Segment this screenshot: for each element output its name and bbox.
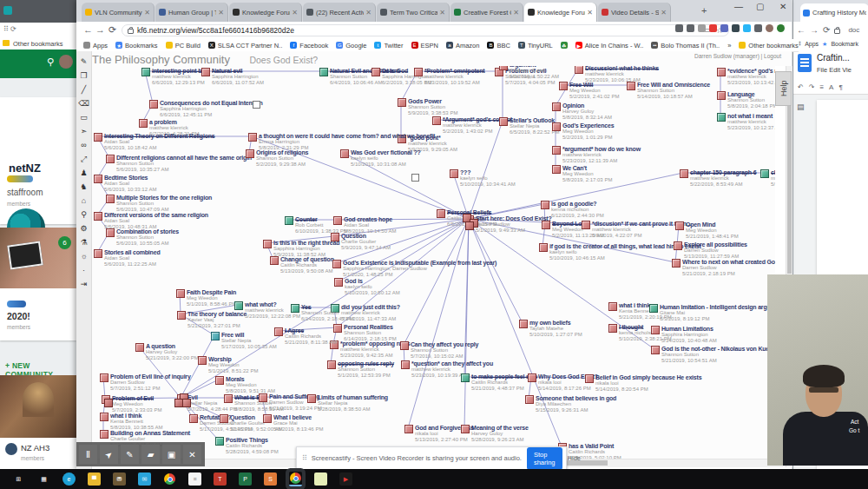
note[interactable]: opposing rules replyShannon Sutton5/1/20… xyxy=(327,360,394,378)
edge-icon[interactable]: e xyxy=(62,472,76,486)
tab-close-icon[interactable]: ✕ xyxy=(218,9,224,17)
reload-icon[interactable]: ⟳ xyxy=(108,24,116,36)
ext-red-dot[interactable] xyxy=(709,24,717,32)
note[interactable]: Belief in God simply because He existsni… xyxy=(585,374,701,392)
stop-sharing-button[interactable]: Stop sharing xyxy=(527,447,562,470)
note[interactable]: Different versions of the same religionA… xyxy=(94,212,208,229)
video-player-icon[interactable]: ▶ xyxy=(339,472,352,486)
community-card-2020[interactable]: 2020! members xyxy=(0,288,76,340)
note[interactable]: MoralsMeg Weedon5/8/2019, 9:51:31 AM xyxy=(215,376,275,393)
expand-icon[interactable]: ⤢ xyxy=(81,155,87,163)
bookmark-star[interactable]: ★Bookmarks xyxy=(115,42,158,50)
note[interactable]: Open MindMeg Weedon5/21/2019, 1:48:41 PM xyxy=(675,221,739,239)
note[interactable]: what i thinkKenta Bennett5/8/2019, 10:38… xyxy=(100,413,162,430)
bookmark-espn[interactable]: EESPN xyxy=(411,42,438,50)
community-card-ah3[interactable]: NZ AH3 members xyxy=(0,438,76,469)
avatar[interactable] xyxy=(59,55,73,69)
note[interactable]: Change of questionCaitlin Richards5/13/2… xyxy=(270,256,334,274)
note[interactable]: God's Existence is Indisputable (Example… xyxy=(332,260,496,277)
help-tab[interactable]: Help xyxy=(775,71,792,106)
search-icon[interactable]: ⚲ xyxy=(47,56,54,68)
bookmark-folder[interactable]: Other bookmarks xyxy=(739,42,799,50)
hide-button[interactable]: Hide xyxy=(568,454,581,462)
sticky-notes-icon[interactable] xyxy=(314,472,327,486)
ext-n[interactable] xyxy=(720,24,728,32)
bookmark-amazon[interactable]: aAmazon xyxy=(446,42,480,50)
forward-icon[interactable]: → xyxy=(95,24,105,35)
browser-tab[interactable]: Term Two Critical In✕ xyxy=(377,3,450,22)
idea-icon[interactable]: ☼ xyxy=(80,253,87,261)
note[interactable]: *evidence* god's namesmatthew klenrick5/… xyxy=(717,68,775,85)
note[interactable]: my own beliefsTaylah Matehe5/10/2019, 1:… xyxy=(519,320,582,337)
print-icon[interactable]: ≡ xyxy=(819,83,824,91)
store-icon[interactable]: ⛃ xyxy=(113,472,126,486)
note[interactable]: Different religions cannot all have the … xyxy=(106,155,252,172)
cast-icon[interactable] xyxy=(675,24,683,32)
bookmark-overflow[interactable]: » xyxy=(727,42,731,50)
bookmark-google[interactable]: GGoogle xyxy=(336,42,366,50)
note[interactable]: Stories all combinedAidan Soal5/6/2019, … xyxy=(94,249,160,267)
note[interactable]: to make people feel safeCaitlin Richards… xyxy=(461,373,537,391)
note[interactable]: not what i meantmatthew klenrick5/23/201… xyxy=(717,113,775,130)
note[interactable]: Explore all possibilitiesDarren Sudlow5/… xyxy=(674,241,747,259)
note[interactable]: Gods PowerShannon Sutton5/9/2019, 3:38:5… xyxy=(398,98,457,116)
note[interactable]: Free WillMeg Weedon5/2/2019, 2:41:02 PM xyxy=(559,82,619,99)
note[interactable]: LanguageShannon Sutton5/8/2019, 2:04:18 … xyxy=(717,91,775,109)
note[interactable]: God iskaelyn seifo5/10/2019, 10:50:12 AM xyxy=(334,278,400,295)
note[interactable]: Discussion! what he thinksmatthew klenri… xyxy=(575,66,659,83)
settings-icon[interactable]: ⚙ xyxy=(80,225,87,233)
note[interactable]: God is the not-other - Nikolaus von Kues… xyxy=(651,346,773,363)
note[interactable]: Meaning of the verseHarvey Guloy5/28/201… xyxy=(461,425,529,442)
note[interactable]: God's ExperiencesMeg Weedon5/2/2019, 1:0… xyxy=(552,122,614,140)
experiment-icon[interactable]: ⚗ xyxy=(80,239,87,247)
draw-line-icon[interactable]: ╱ xyxy=(82,86,86,94)
close-button[interactable]: ✕ xyxy=(779,2,786,11)
note[interactable]: Natural evilSapphira Harrington6/6/2019,… xyxy=(201,68,264,85)
task-view-icon[interactable]: ▦ xyxy=(37,472,50,486)
camera-button[interactable]: ▣ xyxy=(162,445,181,464)
author-icon[interactable]: ♟ xyxy=(80,169,87,177)
note[interactable]: Free willStellar Nepia5/17/2019, 10:05:3… xyxy=(211,332,277,349)
note[interactable]: chapter 150 paragraph 6matthew klenrick5… xyxy=(680,169,756,187)
tab-close-icon[interactable]: ✕ xyxy=(365,9,372,17)
chrome-active-icon[interactable] xyxy=(289,472,302,486)
note[interactable]: Free Will and OmniscienceShannon Sutton5… xyxy=(627,82,710,99)
bookmark-folder[interactable]: PC Build xyxy=(166,42,201,50)
note[interactable]: Where to next on what created God?Darren… xyxy=(672,259,775,276)
note[interactable]: Is this in the right threadSapphira Harr… xyxy=(263,240,339,257)
bookmark-apps-grid[interactable]: Apps xyxy=(83,42,108,50)
spellcheck-icon[interactable]: A xyxy=(829,83,833,91)
close-button[interactable]: ✕ xyxy=(183,445,201,464)
note[interactable]: Personal RealitiesShannon Sutton6/14/201… xyxy=(333,324,397,341)
drag-handle-icon[interactable]: ⠿ xyxy=(302,454,306,462)
community-painting[interactable] xyxy=(0,375,76,438)
bookmark-tinyurl[interactable]: TTinyURL xyxy=(518,42,553,50)
tab-close-icon[interactable]: ✕ xyxy=(587,9,593,17)
note[interactable]: Human Imitation - Intelligent design arg… xyxy=(649,304,775,321)
pointer-icon[interactable]: ➣ xyxy=(81,128,88,135)
app-s-icon[interactable]: S xyxy=(264,472,277,486)
user-status[interactable]: Darren Sudlow (manager) | Logout xyxy=(694,53,781,59)
back-icon[interactable]: ← xyxy=(797,25,806,35)
bookmarks-label[interactable]: Bookmark xyxy=(831,41,858,47)
note[interactable]: Combination of storiesShannon Sutton5/6/… xyxy=(106,228,179,246)
note[interactable]: We Can'tMeg Weedon5/8/2019, 2:17:03 PM xyxy=(552,165,612,182)
tab-close-icon[interactable]: ✕ xyxy=(513,9,519,17)
bookmark-twitter[interactable]: tTwitter xyxy=(374,42,403,50)
screencastify-icon[interactable] xyxy=(777,24,785,32)
ext-dark[interactable] xyxy=(732,24,740,32)
pause-button[interactable]: Ⅱ xyxy=(79,445,97,464)
note[interactable]: what whot?matthew klenrick5/23/2019, 12:… xyxy=(234,301,300,319)
note[interactable]: QuestionCharlie Goulter5/9/2019, 9:47:14… xyxy=(331,233,391,250)
apps-label[interactable]: Apps xyxy=(805,41,819,47)
frame-icon[interactable]: ▭ xyxy=(80,114,88,122)
maximize-button[interactable]: ▢ xyxy=(756,2,764,11)
kf-canvas[interactable]: interesting point butmatthew klenrick6/6… xyxy=(92,66,775,459)
redo-icon[interactable]: ↷ xyxy=(809,83,815,91)
bookmark-bbc[interactable]: BBBC xyxy=(487,42,510,50)
note[interactable]: Someone that believes in godDiya Milaech… xyxy=(525,395,616,413)
forward-icon[interactable]: → xyxy=(810,25,819,35)
browser-tab[interactable]: Knowledge Forum✕ xyxy=(229,3,302,22)
new-note-icon[interactable]: ❐ xyxy=(80,72,87,80)
note[interactable]: is god a goodie?kenna nicholson6/12/2019… xyxy=(541,201,604,218)
